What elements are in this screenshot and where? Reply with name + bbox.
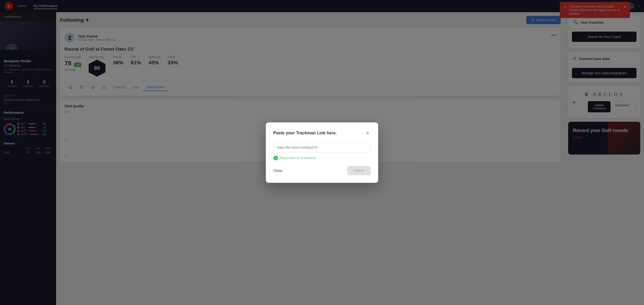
modal-success-message: ✓ Report sent for processing: [273, 156, 371, 160]
success-check-icon: ✓: [273, 156, 278, 160]
modal-close-x-button[interactable]: ✕: [364, 130, 371, 136]
modal-title: Paste your Trackman Link here.: [273, 130, 337, 136]
trackman-modal: Paste your Trackman Link here. ✕ ✓ Repor…: [266, 122, 378, 183]
success-text: Report sent for processing: [280, 156, 316, 160]
modal-close-button[interactable]: Close: [273, 168, 282, 172]
trackman-link-input[interactable]: [273, 142, 371, 153]
modal-header: Paste your Trackman Link here. ✕: [273, 130, 371, 136]
modal-overlay: Paste your Trackman Link here. ✕ ✓ Repor…: [0, 0, 644, 305]
modal-footer: Close Submit: [273, 166, 371, 175]
modal-submit-button[interactable]: Submit: [347, 166, 371, 175]
